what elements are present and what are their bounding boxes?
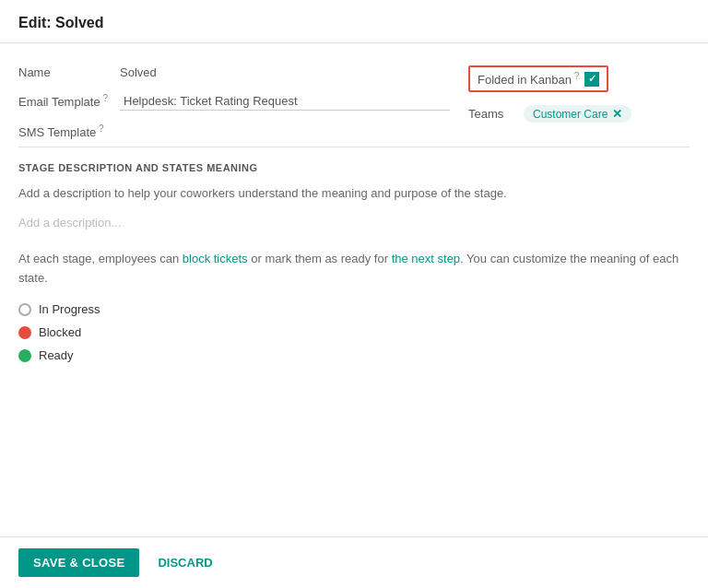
ready-dot xyxy=(18,349,31,362)
state-list: In Progress Blocked Ready xyxy=(18,302,690,362)
state-ready: Ready xyxy=(18,348,690,362)
sms-template-tooltip: ? xyxy=(96,123,103,134)
name-value: Solved xyxy=(120,65,157,79)
description-hint: Add a description to help your coworkers… xyxy=(18,184,690,203)
ready-label: Ready xyxy=(39,348,74,362)
name-label: Name xyxy=(18,65,120,79)
sms-template-label: SMS Template ? xyxy=(18,123,120,139)
in-progress-dot xyxy=(18,303,31,316)
teams-row: Teams Customer Care ✕ xyxy=(468,105,690,123)
teams-label: Teams xyxy=(468,107,514,121)
save-close-button[interactable]: SAVE & CLOSE xyxy=(18,548,139,577)
blocked-dot xyxy=(18,326,31,339)
in-progress-label: In Progress xyxy=(39,302,100,316)
folded-kanban-label: Folded in Kanban ? xyxy=(478,71,579,87)
page-header: Edit: Solved xyxy=(0,0,708,43)
tag-label: Customer Care xyxy=(533,108,608,121)
stage-info: At each stage, employees can block ticke… xyxy=(18,250,690,288)
customer-care-tag: Customer Care ✕ xyxy=(524,105,631,123)
discard-button[interactable]: DISCARD xyxy=(154,548,216,577)
email-template-label: Email Template ? xyxy=(18,93,120,109)
email-template-tooltip: ? xyxy=(100,93,108,103)
email-template-row: Email Template ? Helpdesk: Ticket Rating… xyxy=(18,92,450,111)
description-input[interactable]: Add a description... xyxy=(18,212,690,233)
email-template-value[interactable]: Helpdesk: Ticket Rating Request xyxy=(120,92,450,111)
form-body: Name Solved Email Template ? Helpdesk: T… xyxy=(0,43,708,395)
form-right: Folded in Kanban ? Teams Customer Care ✕ xyxy=(450,65,690,139)
sms-template-row: SMS Template ? xyxy=(18,123,450,139)
folded-kanban-tooltip: ? xyxy=(572,71,579,81)
folded-kanban-row: Folded in Kanban ? xyxy=(468,65,690,92)
name-row: Name Solved xyxy=(18,65,450,79)
blocked-label: Blocked xyxy=(39,325,81,339)
form-left: Name Solved Email Template ? Helpdesk: T… xyxy=(18,65,450,139)
section-title: STAGE DESCRIPTION AND STATES MEANING xyxy=(18,162,690,173)
page-title: Edit: Solved xyxy=(18,15,103,30)
section-divider xyxy=(18,147,690,147)
folded-kanban-group: Folded in Kanban ? xyxy=(468,65,608,92)
tag-close-icon[interactable]: ✕ xyxy=(612,107,622,121)
state-in-progress: In Progress xyxy=(18,302,690,316)
footer: SAVE & CLOSE DISCARD xyxy=(0,536,708,588)
folded-kanban-checkbox[interactable] xyxy=(584,72,599,87)
state-blocked: Blocked xyxy=(18,325,690,339)
next-step-link[interactable]: the next step xyxy=(392,252,460,265)
block-tickets-link[interactable]: block tickets xyxy=(183,252,248,265)
